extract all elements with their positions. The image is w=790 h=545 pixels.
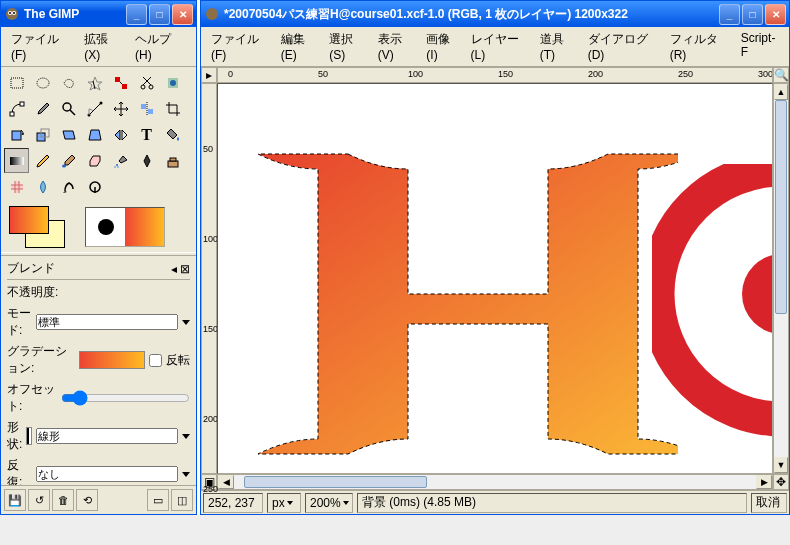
text-tool[interactable]: T (134, 122, 159, 147)
reverse-label: 反転 (166, 352, 190, 369)
scroll-right-button[interactable]: ▶ (756, 475, 772, 489)
scissors-tool[interactable] (134, 70, 159, 95)
vertical-ruler[interactable]: 50 100 150 200 250 (201, 83, 217, 474)
rect-select-tool[interactable] (4, 70, 29, 95)
repeat-dropdown-icon[interactable] (182, 472, 190, 477)
scroll-left-button[interactable]: ◀ (218, 475, 234, 489)
canvas[interactable] (217, 83, 773, 474)
zoom-tool[interactable] (56, 96, 81, 121)
shape-dropdown-icon[interactable] (182, 434, 190, 439)
menu-access-icon[interactable]: ▸ (201, 67, 217, 83)
color-picker-tool[interactable] (30, 96, 55, 121)
menu-filter[interactable]: フィルタ(R) (664, 29, 735, 64)
delete-options-icon[interactable]: 🗑 (52, 489, 74, 511)
extra-icon-2[interactable]: ◫ (171, 489, 193, 511)
menu-edit[interactable]: 編集(E) (275, 29, 324, 64)
navigation-icon[interactable]: ✥ (773, 474, 789, 490)
scroll-down-button[interactable]: ▼ (774, 457, 788, 473)
mode-select[interactable] (36, 314, 178, 330)
unit-select[interactable]: px (267, 493, 301, 513)
paintbrush-tool[interactable] (56, 148, 81, 173)
toolbox-titlebar[interactable]: The GIMP _ □ ✕ (1, 1, 196, 27)
measure-tool[interactable] (82, 96, 107, 121)
svg-point-26 (117, 166, 118, 167)
save-options-icon[interactable]: 💾 (4, 489, 26, 511)
repeat-label: 反復: (7, 457, 32, 485)
paths-tool[interactable] (4, 96, 29, 121)
target-circles (652, 164, 773, 474)
fg-bg-colors[interactable] (9, 206, 65, 248)
airbrush-tool[interactable] (108, 148, 133, 173)
mode-dropdown-icon[interactable] (182, 320, 190, 325)
toolbox-window: The GIMP _ □ ✕ ファイル(F) 拡張(X) ヘルプ(H) T (0, 0, 197, 515)
ink-tool[interactable] (134, 148, 159, 173)
horizontal-scrollbar[interactable]: ◀ ▶ (217, 474, 773, 490)
menu-help[interactable]: ヘルプ(H) (129, 29, 192, 64)
extra-icon-1[interactable]: ▭ (147, 489, 169, 511)
blend-tool[interactable] (4, 148, 29, 173)
reverse-checkbox[interactable] (149, 354, 162, 367)
menu-file[interactable]: ファイル(F) (205, 29, 275, 64)
bucket-fill-tool[interactable] (160, 122, 185, 147)
menu-dialog[interactable]: ダイアログ(D) (582, 29, 664, 64)
by-color-select-tool[interactable] (108, 70, 133, 95)
menu-script[interactable]: Script-F (735, 29, 785, 64)
v-scroll-thumb[interactable] (775, 100, 787, 314)
minimize-button[interactable]: _ (719, 4, 740, 25)
svg-rect-30 (15, 181, 19, 193)
menu-file[interactable]: ファイル(F) (5, 29, 78, 64)
offset-slider[interactable] (61, 390, 190, 406)
cancel-button[interactable]: 取消 (751, 493, 787, 513)
gradient-preview[interactable] (79, 351, 145, 369)
close-button[interactable]: ✕ (765, 4, 786, 25)
blur-tool[interactable] (30, 174, 55, 199)
menu-view[interactable]: 表示(V) (372, 29, 421, 64)
menu-layer[interactable]: レイヤー(L) (465, 29, 534, 64)
move-tool[interactable] (108, 96, 133, 121)
ellipse-select-tool[interactable] (30, 70, 55, 95)
maximize-button[interactable]: □ (742, 4, 763, 25)
restore-options-icon[interactable]: ↺ (28, 489, 50, 511)
h-scroll-thumb[interactable] (244, 476, 427, 488)
perspective-tool[interactable] (82, 122, 107, 147)
scroll-up-button[interactable]: ▲ (774, 84, 788, 100)
flip-tool[interactable] (108, 122, 133, 147)
clone-tool[interactable] (160, 148, 185, 173)
svg-rect-19 (12, 131, 21, 140)
smudge-tool[interactable] (56, 174, 81, 199)
detach-icon[interactable]: ◂ (171, 262, 177, 276)
vertical-scrollbar[interactable]: ▲ ▼ (773, 83, 789, 474)
svg-point-25 (114, 166, 115, 167)
foreground-select-tool[interactable] (160, 70, 185, 95)
image-titlebar[interactable]: *20070504パス練習H@course01.xcf-1.0 (RGB, 1 … (201, 1, 789, 27)
brush-pattern-gradient[interactable] (85, 207, 165, 247)
shear-tool[interactable] (56, 122, 81, 147)
zoom-fit-icon[interactable]: 🔍 (773, 67, 789, 83)
free-select-tool[interactable] (56, 70, 81, 95)
pencil-tool[interactable] (30, 148, 55, 173)
repeat-select[interactable] (36, 466, 178, 482)
align-tool[interactable] (134, 96, 159, 121)
maximize-button[interactable]: □ (149, 4, 170, 25)
menu-image[interactable]: 画像(I) (420, 29, 464, 64)
menu-ext[interactable]: 拡張(X) (78, 29, 129, 64)
eraser-tool[interactable] (82, 148, 107, 173)
horizontal-ruler[interactable]: 0 50 100 150 200 250 300 (217, 67, 773, 83)
heal-tool[interactable] (4, 174, 29, 199)
menu-tool[interactable]: 道具(T) (534, 29, 582, 64)
zoom-select[interactable]: 200% (305, 493, 353, 513)
minimize-button[interactable]: _ (126, 4, 147, 25)
menu-select[interactable]: 選択(S) (323, 29, 372, 64)
shape-select[interactable] (36, 428, 178, 444)
dodge-burn-tool[interactable] (82, 174, 107, 199)
close-panel-icon[interactable]: ⊠ (180, 262, 190, 276)
statusbar: 252, 237 px 200% 背景 (0ms) (4.85 MB) 取消 (201, 490, 789, 514)
fuzzy-select-tool[interactable] (82, 70, 107, 95)
reset-options-icon[interactable]: ⟲ (76, 489, 98, 511)
scale-tool[interactable] (30, 122, 55, 147)
crop-tool[interactable] (160, 96, 185, 121)
close-button[interactable]: ✕ (172, 4, 193, 25)
rotate-tool[interactable] (4, 122, 29, 147)
fg-color[interactable] (9, 206, 49, 234)
color-area (1, 202, 196, 252)
